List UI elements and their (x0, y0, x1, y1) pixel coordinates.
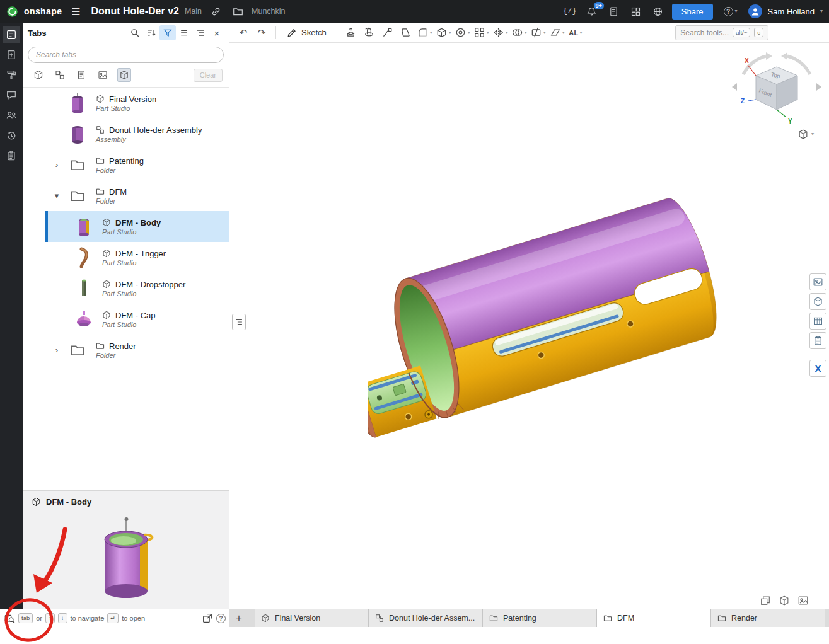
user-menu-chevron-icon[interactable]: ▾ (820, 9, 823, 14)
search-tabs-input[interactable] (28, 47, 224, 63)
display-mode-button[interactable]: ▾ (797, 129, 814, 140)
pattern-button[interactable]: ▾ (472, 25, 490, 41)
tab-row-render-folder[interactable]: › Render Folder (23, 335, 229, 365)
tab-row-dfm-trigger[interactable]: DFM - Trigger Part Studio (45, 242, 229, 273)
preview-thumbnail (23, 508, 229, 609)
featurescript-icon[interactable]: {/} (562, 3, 578, 20)
rail-comments-icon[interactable] (3, 86, 20, 104)
community-globe-icon[interactable] (650, 3, 666, 20)
tab-row-donut-holeder-assembly[interactable]: Donut Hole-der Assembly Assembly (23, 118, 229, 149)
breadcrumb-folder[interactable]: Munchkin (252, 7, 286, 16)
panel-grouped-view-icon[interactable] (192, 25, 209, 40)
feature-list-toggle[interactable] (232, 314, 246, 330)
folder-thumbnail-icon (67, 152, 88, 178)
split-button[interactable]: ▾ (529, 25, 547, 41)
tab-row-dfm-folder[interactable]: ▾ DFM Folder (23, 180, 229, 211)
chevron-down-icon[interactable]: ▾ (47, 191, 67, 200)
help-menu-button[interactable]: ? ▾ (719, 3, 743, 20)
part-studio-icon (96, 95, 105, 103)
named-views-icon[interactable] (760, 595, 771, 606)
spreadsheet-app-icon[interactable]: X (809, 360, 826, 377)
tab-row-patenting-folder[interactable]: › Patenting Folder (23, 149, 229, 180)
section-view-icon[interactable] (779, 595, 790, 606)
shell-button[interactable]: ▾ (434, 25, 453, 41)
tab-row-dfm-dropstopper[interactable]: DFM - Dropstopper Part Studio (45, 273, 229, 304)
custom-tables-panel-icon[interactable] (809, 313, 826, 330)
filter-drawing-icon[interactable] (74, 68, 88, 82)
clear-filters-button[interactable]: Clear (194, 69, 223, 82)
chevron-right-icon[interactable]: › (47, 345, 67, 355)
hint-help-icon[interactable]: ? (216, 614, 226, 623)
mirror-button[interactable]: ▾ (491, 25, 509, 41)
share-button[interactable]: Share (672, 4, 713, 20)
doc-tab-final-version[interactable]: Final Version (255, 609, 369, 627)
loft-button[interactable] (397, 25, 415, 41)
rail-history-icon[interactable] (3, 127, 20, 144)
part-studio-icon (102, 311, 111, 319)
rail-create-tab-icon[interactable] (3, 46, 20, 64)
release-notes-icon[interactable] (606, 3, 622, 20)
tab-row-dfm-body[interactable]: DFM - Body Part Studio (45, 211, 229, 242)
hole-button[interactable]: ▾ (453, 25, 472, 41)
user-name[interactable]: Sam Holland (768, 7, 815, 16)
doc-tab-dfm[interactable]: DFM (597, 609, 711, 627)
custom-feature-al-button[interactable]: AL▾ (567, 25, 584, 41)
workspace-name[interactable]: Main (185, 7, 202, 16)
tab-type: Part Studio (96, 105, 156, 112)
axis-z-label: Z (741, 98, 745, 105)
main-menu-button[interactable]: ☰ (67, 3, 84, 20)
rail-collaborate-icon[interactable] (3, 106, 20, 124)
revolve-button[interactable] (361, 25, 378, 41)
plane-button[interactable]: ▾ (548, 25, 566, 41)
rail-properties-icon[interactable] (3, 147, 20, 164)
filter-assembly-icon[interactable] (53, 68, 67, 82)
panel-list-view-icon[interactable] (176, 25, 192, 40)
rail-tab-manager-icon[interactable] (3, 26, 20, 43)
doc-tab-patenting[interactable]: Patenting (483, 609, 597, 627)
panel-sort-icon[interactable] (143, 25, 159, 40)
appearance-panel-icon[interactable] (809, 273, 826, 290)
app-store-grid-icon[interactable] (628, 3, 644, 20)
new-tab-button[interactable]: + (229, 609, 248, 627)
view-cube[interactable]: Top Front X Z Y (729, 48, 824, 127)
boolean-button[interactable]: ▾ (510, 25, 528, 41)
panel-filter-icon[interactable] (159, 25, 176, 40)
undo-button[interactable]: ↶ (235, 25, 252, 41)
tabs-panel: Tabs × Clear Final Version Part Studio (23, 23, 229, 609)
render-options-icon[interactable] (797, 595, 809, 606)
doc-tab-render[interactable]: Render (711, 609, 825, 627)
tab-type: Folder (96, 352, 136, 359)
redo-button[interactable]: ↷ (253, 25, 270, 41)
sweep-button[interactable] (379, 25, 397, 41)
doc-tab-donut-holeder-assembly[interactable]: Donut Hole-der Assem... (369, 609, 483, 627)
open-in-window-icon[interactable] (202, 612, 213, 624)
filter-part-studio-icon[interactable] (32, 68, 45, 82)
chevron-right-icon[interactable]: › (47, 160, 67, 170)
panel-close-icon[interactable]: × (209, 25, 225, 40)
rail-appearance-icon[interactable] (3, 66, 20, 84)
fillet-button[interactable]: ▾ (415, 25, 434, 41)
filter-other-icon[interactable] (117, 68, 131, 82)
notifications-bell-icon[interactable]: 9+ (584, 3, 600, 20)
configurations-panel-icon[interactable] (809, 293, 826, 310)
filter-image-icon[interactable] (96, 68, 110, 82)
bom-panel-icon[interactable] (809, 332, 826, 349)
link-icon[interactable] (207, 3, 224, 20)
3d-viewport[interactable]: Top Front X Z Y ▾ X (229, 43, 829, 609)
sketch-button[interactable]: Sketch (281, 25, 332, 41)
preview-title: DFM - Body (46, 497, 91, 507)
up-key: ↑ (45, 613, 55, 623)
extrude-button[interactable] (342, 25, 360, 41)
tab-row-dfm-cap[interactable]: DFM - Cap Part Studio (45, 304, 229, 335)
folder-icon (603, 614, 612, 623)
3d-model-donut-holder-body[interactable] (368, 163, 721, 440)
tab-search-preview-icon[interactable] (4, 612, 15, 624)
tab-row-final-version[interactable]: Final Version Part Studio (23, 88, 229, 118)
folder-icon (489, 614, 498, 623)
user-avatar[interactable] (748, 4, 762, 18)
search-tools-field[interactable]: Search tools... alt/~ c (675, 25, 768, 40)
assembly-icon (96, 125, 105, 134)
panel-search-icon[interactable] (127, 25, 143, 40)
onshape-logo-icon[interactable] (6, 6, 18, 18)
tab-thumbnail (73, 276, 95, 301)
